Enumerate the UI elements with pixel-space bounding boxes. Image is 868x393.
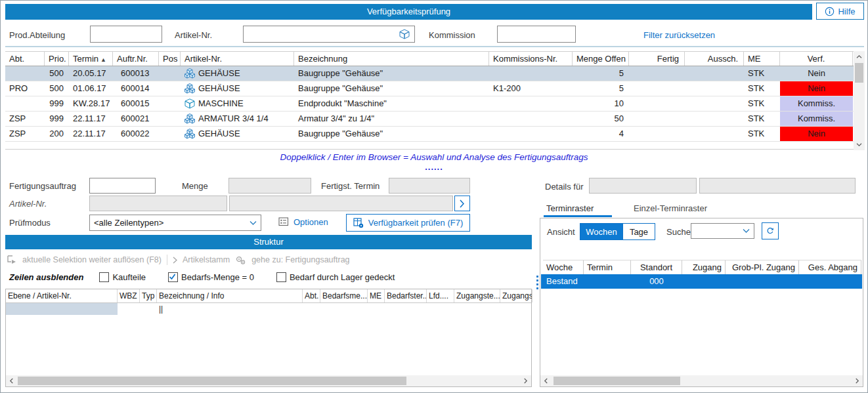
col-menge-offen[interactable]: Menge Offen (573, 52, 629, 66)
col-prio[interactable]: Prio. (45, 52, 69, 66)
status-badge: Kommiss. (780, 112, 853, 126)
filter-reset-link[interactable]: Filter zurücksetzen (643, 30, 715, 40)
col-abt[interactable]: Abt. (5, 52, 45, 66)
table-row[interactable]: PRO 500 01.06.17 600014 GEHÄUSE Baugrupp… (5, 81, 854, 96)
artikelstamm-button[interactable]: Artikelstamm (183, 255, 230, 264)
sort-asc-icon: ▲ (100, 56, 106, 63)
col-pos[interactable]: Pos (159, 52, 181, 66)
resolve-selection-icon (7, 255, 17, 265)
artikel-bezeichnung-input (229, 196, 453, 211)
scroll-right-icon[interactable] (520, 375, 531, 386)
struktur-toolbar: aktuelle Selektion weiter auflösen (F8) … (7, 252, 350, 268)
lager-gedeckt-checkbox[interactable] (276, 272, 286, 282)
verfuegbarkeit-pruefen-button[interactable]: Verfügbarkeit prüfen (F7) (346, 214, 470, 232)
hint-dots: ...... (0, 162, 868, 172)
wochen-button[interactable]: Wochen (580, 224, 622, 239)
goto-artikel-button[interactable] (454, 196, 470, 211)
scrollbar-thumb[interactable] (855, 63, 863, 83)
pruefmodus-select[interactable]: <alle Zeilentypen> (89, 215, 261, 231)
scrollbar-thumb[interactable] (553, 377, 680, 385)
struktur-table: Ebene / Artikel-Nr. WBZ Typ Bezeichnung … (5, 289, 532, 387)
bestand-row[interactable]: Bestand 000 (541, 274, 862, 289)
scroll-left-icon[interactable] (540, 375, 552, 386)
prod-abteilung-label: Prod.Abteilung (9, 30, 65, 40)
scrollbar-thumb[interactable] (18, 377, 406, 385)
col-auftr[interactable]: Auftr.Nr. (113, 52, 159, 66)
struktur-info-cell: || (157, 303, 303, 315)
orders-table-header[interactable]: Abt. Prio. Termin▲ Auftr.Nr. Pos Artikel… (5, 52, 854, 66)
details-horizontal-scrollbar[interactable] (540, 375, 863, 386)
assembly-icon (184, 83, 195, 94)
col-me[interactable]: ME (744, 52, 780, 66)
bedarfs-menge-label: Bedarfs-Menge = 0 (181, 272, 254, 282)
chevron-down-icon (743, 229, 750, 234)
assembly-icon (184, 68, 195, 79)
chevron-right-icon (173, 257, 177, 264)
product-cube-icon (184, 98, 195, 109)
panel-drag-handle[interactable] (536, 271, 538, 293)
col-kommission[interactable]: Kommissions-Nr. (489, 52, 573, 66)
col-fertig[interactable]: Fertig (629, 52, 685, 66)
view-toggle: Wochen Tage (580, 223, 655, 240)
pruefmodus-label: Prüfmodus (9, 218, 51, 228)
check-icon (168, 272, 177, 281)
artikel-nr-label: Artikel-Nr. (9, 199, 47, 209)
help-button[interactable]: Hilfe (816, 3, 864, 20)
refresh-button[interactable] (762, 222, 779, 239)
col-artikel[interactable]: Artikel-Nr. (181, 52, 294, 66)
menge-label: Menge (182, 181, 208, 191)
prod-abteilung-input[interactable] (90, 26, 162, 43)
scroll-left-icon[interactable] (6, 375, 17, 386)
scroll-up-icon[interactable] (854, 51, 865, 62)
cube-icon (399, 29, 410, 39)
suche-label: Suche (666, 227, 691, 237)
terminraster-panel: Ansicht Wochen Tage Suche Woche Termin S… (540, 218, 863, 387)
optionen-link[interactable]: Optionen (278, 217, 328, 227)
tab-terminraster[interactable]: Terminraster (546, 203, 594, 213)
options-icon (278, 217, 290, 227)
fertigst-termin-label: Fertigst. Termin (321, 181, 380, 191)
kommission-input[interactable] (497, 26, 576, 43)
table-row[interactable]: 500 20.05.17 600013 GEHÄUSE Baugruppe "G… (5, 66, 854, 81)
col-verf[interactable]: Verf. (780, 52, 853, 66)
refresh-icon (766, 226, 774, 236)
details-table-header[interactable]: Woche Termin Standort Zugang Grob-Pl. Zu… (543, 260, 861, 275)
check-availability-icon (353, 218, 364, 228)
lager-gedeckt-label: Bedarf durch Lager gedeckt (290, 272, 395, 282)
orders-vertical-scrollbar[interactable] (854, 51, 865, 150)
status-badge: Kommiss. (780, 96, 853, 111)
goto-fertigungsauftrag-button[interactable]: gehe zu: Fertigungsauftrag (251, 255, 349, 264)
scroll-down-icon[interactable] (854, 139, 865, 150)
active-tab-indicator (544, 215, 612, 217)
col-termin[interactable]: Termin▲ (69, 52, 113, 66)
suche-select[interactable] (691, 223, 754, 239)
tage-button[interactable]: Tage (622, 224, 655, 239)
table-row[interactable]: ZSP 999 22.11.17 600021 ARMATUR 3/4 1/4 … (5, 112, 854, 127)
chevron-down-icon (250, 220, 257, 225)
bedarfs-menge-checkbox[interactable] (168, 272, 178, 282)
page-title: Verfügbarkeitsprüfung (5, 4, 812, 20)
artikel-nr-filter-input[interactable] (243, 26, 415, 43)
fertigungsauftrag-label: Fertigungsauftrag (9, 181, 76, 191)
struktur-row[interactable]: || (6, 303, 531, 315)
col-aussch[interactable]: Aussch. (685, 52, 744, 66)
struktur-table-header[interactable]: Ebene / Artikel-Nr. WBZ Typ Bezeichnung … (6, 289, 531, 303)
resolve-selection-button[interactable]: aktuelle Selektion weiter auflösen (F8) (22, 255, 162, 264)
pruefmodus-value: <alle Zeilentypen> (94, 218, 163, 228)
col-bezeichnung[interactable]: Bezeichnung (294, 52, 489, 66)
table-row[interactable]: ZSP 200 22.11.17 600022 GEHÄUSE Baugrupp… (5, 127, 854, 142)
verfuegbarkeit-pruefen-label: Verfügbarkeit prüfen (F7) (368, 218, 464, 228)
scroll-right-icon[interactable] (852, 375, 863, 386)
kaufteile-checkbox[interactable] (99, 272, 109, 282)
chevron-right-icon (460, 199, 465, 208)
table-row[interactable]: 999 KW.28.17 600015 MASCHINE Endprodukt … (5, 96, 854, 112)
struktur-selected-cell[interactable] (6, 303, 118, 315)
assembly-icon (184, 129, 195, 139)
fertigungsauftrag-input[interactable] (89, 178, 156, 194)
struktur-horizontal-scrollbar[interactable] (6, 375, 531, 386)
artikel-nr-value-input (89, 196, 227, 211)
tab-einzel-terminraster[interactable]: Einzel-Terminraster (634, 203, 707, 213)
kommission-label: Kommission (429, 30, 475, 40)
struktur-header: Struktur (5, 235, 532, 249)
help-label: Hilfe (838, 7, 855, 16)
